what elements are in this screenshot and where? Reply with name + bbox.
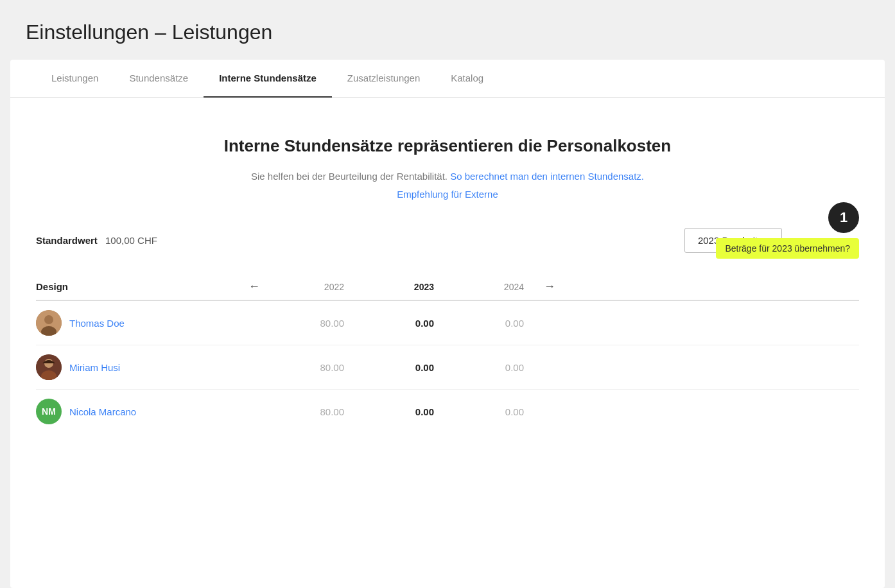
avatar-miriam <box>36 354 62 380</box>
tooltip-container: 1 Beträge für 2023 übernehmen? <box>716 202 859 259</box>
tab-zusatzleistungen[interactable]: Zusatzleistungen <box>332 60 435 98</box>
col-header-2024: 2024 <box>447 282 537 292</box>
page-title: Einstellungen – Leistungen <box>0 0 895 60</box>
main-card: Leistungen Stundensätze Interne Stundens… <box>10 60 885 588</box>
person-link-nicola[interactable]: Nicola Marcano <box>69 406 136 417</box>
table-header: Design ← 2022 2023 2024 → <box>36 273 859 301</box>
standardwert-label: Standardwert <box>36 235 98 246</box>
thomas-2023: 0.00 <box>357 318 447 329</box>
miriam-2022: 80.00 <box>267 362 357 373</box>
col-header-name: Design <box>36 281 241 292</box>
person-cell-nicola: NM Nicola Marcano <box>36 399 241 424</box>
hero-description: Sie helfen bei der Beurteilung der Renta… <box>36 169 859 184</box>
person-link-thomas[interactable]: Thomas Doe <box>69 318 125 329</box>
standardwert: Standardwert 100,00 CHF <box>36 235 157 246</box>
table-row: Thomas Doe 80.00 0.00 0.00 <box>36 301 859 345</box>
miriam-2023: 0.00 <box>357 362 447 373</box>
thomas-2024: 0.00 <box>447 318 537 329</box>
thomas-2022: 80.00 <box>267 318 357 329</box>
avatar-thomas <box>36 310 62 336</box>
col-header-2023: 2023 <box>357 282 447 292</box>
person-link-miriam[interactable]: Miriam Husi <box>69 362 120 373</box>
tab-katalog[interactable]: Katalog <box>435 60 499 98</box>
miriam-2024: 0.00 <box>447 362 537 373</box>
avatar-initials-text: NM <box>42 406 56 417</box>
hero-link-calculation[interactable]: So berechnet man den internen Stundensat… <box>450 171 644 182</box>
hero-title: Interne Stundensätze repräsentieren die … <box>36 136 859 156</box>
next-year-arrow[interactable]: → <box>537 280 562 293</box>
person-cell-thomas: Thomas Doe <box>36 310 241 336</box>
avatar-nicola: NM <box>36 399 62 424</box>
prev-year-arrow[interactable]: ← <box>241 280 267 293</box>
tab-leistungen[interactable]: Leistungen <box>36 60 114 98</box>
table-row: NM Nicola Marcano 80.00 0.00 0.00 <box>36 390 859 433</box>
nicola-2024: 0.00 <box>447 406 537 417</box>
table-section: Design ← 2022 2023 2024 → Thomas Doe 80. <box>10 273 885 433</box>
badge-number: 1 <box>840 209 847 226</box>
tab-stundensaetze[interactable]: Stundensätze <box>114 60 204 98</box>
svg-point-1 <box>44 315 53 324</box>
nicola-2022: 80.00 <box>267 406 357 417</box>
person-cell-miriam: Miriam Husi <box>36 354 241 380</box>
standardwert-value: 100,00 CHF <box>105 235 157 246</box>
badge-circle: 1 <box>828 202 859 233</box>
table-row: Miriam Husi 80.00 0.00 0.00 <box>36 345 859 390</box>
col-header-2022: 2022 <box>267 282 357 292</box>
controls-row: Standardwert 100,00 CHF 2023 Bearbeiten … <box>10 228 885 253</box>
hero-link-externe[interactable]: Empfehlung für Externe <box>397 189 498 200</box>
hero-desc-text: Sie helfen bei der Beurteilung der Renta… <box>251 171 448 182</box>
tooltip-text[interactable]: Beträge für 2023 übernehmen? <box>716 238 859 259</box>
tabs-nav: Leistungen Stundensätze Interne Stundens… <box>10 60 885 98</box>
tab-interne-stundensaetze[interactable]: Interne Stundensätze <box>204 60 332 98</box>
nicola-2023: 0.00 <box>357 406 447 417</box>
